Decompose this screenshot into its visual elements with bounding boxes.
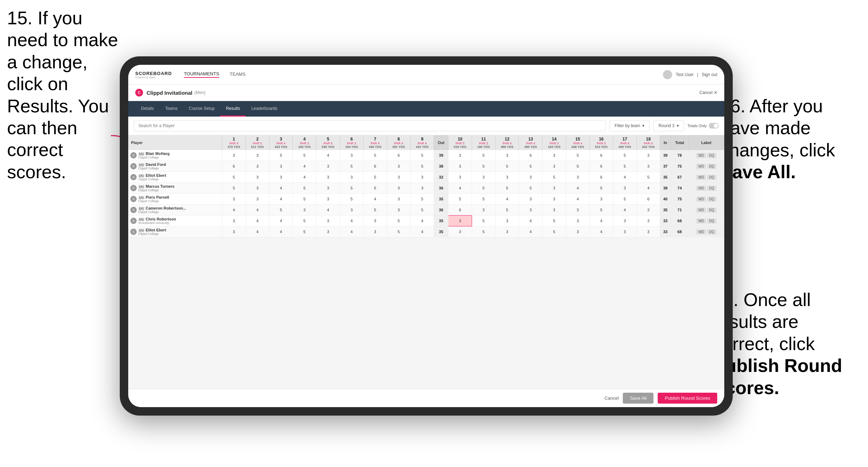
hole-1-score[interactable]: 3 bbox=[222, 216, 246, 226]
hole-17-score[interactable]: 5 bbox=[613, 150, 637, 161]
hole-8-score[interactable]: 3 bbox=[387, 172, 410, 183]
hole-6-score[interactable]: 4 bbox=[340, 216, 364, 226]
hole-5-score[interactable]: 3 bbox=[316, 216, 340, 226]
hole-17-score[interactable]: 4 bbox=[613, 205, 637, 216]
hole-11-score[interactable]: 5 bbox=[472, 150, 495, 161]
hole-1-score[interactable]: 3 bbox=[222, 194, 246, 205]
hole-2-score[interactable]: 3 bbox=[246, 150, 269, 161]
hole-17-score[interactable]: 3 bbox=[613, 226, 637, 237]
hole-4-score[interactable]: 3 bbox=[293, 205, 316, 216]
hole-4-score[interactable]: 5 bbox=[293, 194, 316, 205]
hole-6-score[interactable]: 5 bbox=[340, 183, 364, 194]
hole-10-score[interactable]: 3 bbox=[448, 172, 472, 183]
dq-button[interactable]: DQ bbox=[707, 175, 717, 180]
hole-12-score[interactable]: 3 bbox=[495, 150, 519, 161]
dq-button[interactable]: DQ bbox=[707, 153, 717, 158]
hole-3-score[interactable]: 4 bbox=[269, 183, 293, 194]
dq-button[interactable]: DQ bbox=[707, 186, 717, 191]
hole-13-score[interactable]: 6 bbox=[519, 150, 542, 161]
hole-14-score[interactable]: 3 bbox=[542, 205, 566, 216]
wd-button[interactable]: WD bbox=[696, 164, 706, 169]
hole-16-score[interactable]: 6 bbox=[589, 150, 613, 161]
hole-15-score[interactable]: 3 bbox=[566, 226, 590, 237]
hole-6-score[interactable]: 4 bbox=[340, 226, 364, 237]
hole-10-score[interactable]: 4 bbox=[448, 183, 472, 194]
hole-16-score[interactable]: 5 bbox=[589, 183, 613, 194]
hole-16-score[interactable]: 4 bbox=[589, 216, 613, 226]
hole-17-score[interactable]: 3 bbox=[613, 216, 637, 226]
hole-15-score[interactable]: 4 bbox=[566, 183, 590, 194]
hole-11-score[interactable]: 3 bbox=[472, 172, 495, 183]
dq-button[interactable]: DQ bbox=[707, 218, 717, 224]
hole-12-score[interactable]: 4 bbox=[495, 194, 519, 205]
hole-6-score[interactable]: 5 bbox=[340, 161, 364, 172]
hole-3-score[interactable]: 4 bbox=[269, 226, 293, 237]
hole-14-score[interactable]: 3 bbox=[542, 194, 566, 205]
hole-3-score[interactable]: 3 bbox=[269, 172, 293, 183]
tab-results[interactable]: Results bbox=[220, 101, 246, 117]
wd-button[interactable]: WD bbox=[696, 186, 706, 191]
hole-15-score[interactable]: 3 bbox=[566, 172, 590, 183]
hole-13-score[interactable]: 4 bbox=[519, 216, 542, 226]
hole-7-score[interactable]: 5 bbox=[363, 150, 387, 161]
hole-8-score[interactable]: 6 bbox=[387, 150, 410, 161]
hole-1-score[interactable]: 5 bbox=[222, 183, 246, 194]
hole-14-score[interactable]: 5 bbox=[542, 226, 566, 237]
hole-2-score[interactable]: 3 bbox=[246, 161, 269, 172]
hole-17-score[interactable]: 5 bbox=[613, 194, 637, 205]
hole-16-score[interactable]: 6 bbox=[589, 172, 613, 183]
hole-17-score[interactable]: 5 bbox=[613, 161, 637, 172]
hole-11-score[interactable]: 3 bbox=[472, 205, 495, 216]
hole-13-score[interactable]: 5 bbox=[519, 161, 542, 172]
publish-round-scores-button[interactable]: Publish Round Scores bbox=[658, 393, 717, 404]
cancel-x-button[interactable]: Cancel ✕ bbox=[699, 90, 717, 95]
hole-13-score[interactable]: 3 bbox=[519, 205, 542, 216]
hole-7-score[interactable]: 4 bbox=[363, 194, 387, 205]
nav-teams[interactable]: TEAMS bbox=[230, 71, 246, 77]
hole-17-score[interactable]: 3 bbox=[613, 183, 637, 194]
hole-2-score[interactable]: 3 bbox=[246, 172, 269, 183]
hole-9-score[interactable]: 5 bbox=[410, 161, 434, 172]
tab-course-setup[interactable]: Course Setup bbox=[183, 101, 220, 117]
hole-17-score[interactable]: 4 bbox=[613, 172, 637, 183]
hole-8-score[interactable]: 3 bbox=[387, 205, 410, 216]
hole-6-score[interactable]: 5 bbox=[340, 194, 364, 205]
search-input[interactable] bbox=[134, 120, 606, 131]
hole-5-score[interactable]: 3 bbox=[316, 226, 340, 237]
hole-4-score[interactable]: 5 bbox=[293, 216, 316, 226]
hole-10-score[interactable]: 5 bbox=[448, 194, 472, 205]
hole-3-score[interactable]: 5 bbox=[269, 150, 293, 161]
hole-4-score[interactable]: 4 bbox=[293, 172, 316, 183]
hole-1-score[interactable]: 6 bbox=[222, 161, 246, 172]
score-table-container[interactable]: Player 1PAR 4370 YDS 2PAR 5511 YDS 3PAR … bbox=[128, 135, 724, 389]
wd-button[interactable]: WD bbox=[696, 153, 706, 158]
dq-button[interactable]: DQ bbox=[707, 197, 717, 202]
tab-teams[interactable]: Teams bbox=[160, 101, 183, 117]
hole-1-score[interactable]: 5 bbox=[222, 172, 246, 183]
hole-13-score[interactable]: 3 bbox=[519, 172, 542, 183]
hole-7-score[interactable]: 3 bbox=[363, 226, 387, 237]
cancel-button[interactable]: Cancel bbox=[604, 396, 619, 401]
hole-5-score[interactable]: 4 bbox=[316, 205, 340, 216]
hole-2-score[interactable]: 3 bbox=[246, 183, 269, 194]
hole-10-score[interactable]: 3 bbox=[448, 226, 472, 237]
hole-5-score[interactable]: 3 bbox=[316, 172, 340, 183]
hole-3-score[interactable]: 4 bbox=[269, 216, 293, 226]
hole-10-score[interactable]: 3 bbox=[448, 216, 472, 226]
wd-button[interactable]: WD bbox=[696, 197, 706, 202]
hole-4-score[interactable]: 5 bbox=[293, 183, 316, 194]
hole-7-score[interactable]: 5 bbox=[363, 183, 387, 194]
hole-9-score[interactable]: 3 bbox=[410, 172, 434, 183]
hole-9-score[interactable]: 5 bbox=[410, 205, 434, 216]
hole-9-score[interactable]: 4 bbox=[410, 216, 434, 226]
hole-16-score[interactable]: 3 bbox=[589, 194, 613, 205]
hole-2-score[interactable]: 4 bbox=[246, 205, 269, 216]
hole-12-score[interactable]: 3 bbox=[495, 216, 519, 226]
hole-6-score[interactable]: 3 bbox=[340, 205, 364, 216]
hole-12-score[interactable]: 5 bbox=[495, 183, 519, 194]
hole-1-score[interactable]: 4 bbox=[222, 205, 246, 216]
hole-9-score[interactable]: 3 bbox=[410, 183, 434, 194]
hole-18-score[interactable]: 4 bbox=[637, 183, 660, 194]
hole-12-score[interactable]: 3 bbox=[495, 226, 519, 237]
hole-15-score[interactable]: 5 bbox=[566, 150, 590, 161]
